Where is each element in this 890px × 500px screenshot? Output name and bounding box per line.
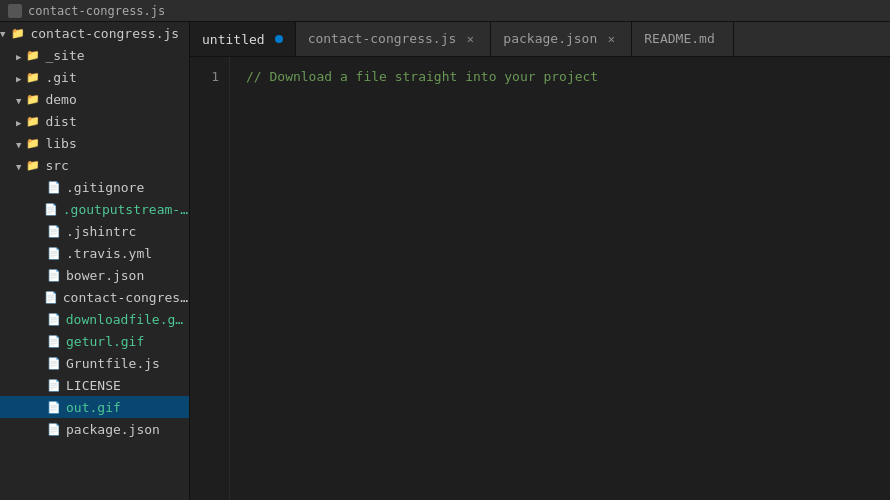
tab-label-untitled: untitled [202, 32, 265, 47]
folder-icon-site: 📁 [25, 47, 41, 63]
item-label-git: .git [45, 70, 76, 85]
file-icon-travis: 📄 [46, 245, 62, 261]
main-layout: 📁 contact-congress.js 📁_site📁.git📁demo📁d… [0, 22, 890, 500]
sidebar-root-header[interactable]: 📁 contact-congress.js [0, 22, 189, 44]
item-label-site: _site [45, 48, 84, 63]
sidebar-item-geturl[interactable]: 📄geturl.gif [0, 330, 189, 352]
chevron-icon-git [16, 70, 21, 85]
file-icon-packagejson: 📄 [46, 421, 62, 437]
file-icon-contactjson: 📄 [43, 289, 59, 305]
root-chevron-icon [0, 28, 5, 39]
tab-close-package-json[interactable]: ✕ [603, 31, 619, 47]
item-label-src: src [45, 158, 68, 173]
item-label-demo: demo [45, 92, 76, 107]
tab-untitled[interactable]: untitled [190, 22, 296, 56]
code-editor: 1 // Download a file straight into your … [190, 57, 890, 500]
sidebar-item-gruntfile[interactable]: 📄Gruntfile.js [0, 352, 189, 374]
folder-icon-dist: 📁 [25, 113, 41, 129]
chevron-icon-libs [16, 136, 21, 151]
sidebar-item-contactjson[interactable]: 📄contact-congress.json [0, 286, 189, 308]
item-label-dist: dist [45, 114, 76, 129]
tab-bar: untitledcontact-congress.js✕package.json… [190, 22, 890, 57]
folder-icon-libs: 📁 [25, 135, 41, 151]
sidebar-item-jshintrc[interactable]: 📄.jshintrc [0, 220, 189, 242]
item-label-bower: bower.json [66, 268, 144, 283]
line-number-1: 1 [190, 67, 219, 87]
tab-contact-congress-js[interactable]: contact-congress.js✕ [296, 22, 492, 56]
code-content[interactable]: // Download a file straight into your pr… [230, 57, 890, 500]
tab-label-contact-congress-js: contact-congress.js [308, 31, 457, 46]
file-icon-gruntfile: 📄 [46, 355, 62, 371]
sidebar-item-gitignore[interactable]: 📄.gitignore [0, 176, 189, 198]
item-label-travis: .travis.yml [66, 246, 152, 261]
sidebar-item-libs[interactable]: 📁libs [0, 132, 189, 154]
file-icon-geturl: 📄 [46, 333, 62, 349]
sidebar-item-downloadfile[interactable]: 📄downloadfile.gif [0, 308, 189, 330]
sidebar-item-license[interactable]: 📄LICENSE [0, 374, 189, 396]
folder-icon-demo: 📁 [25, 91, 41, 107]
sidebar-item-goutputstream[interactable]: 📄.goutputstream-4EBNFX [0, 198, 189, 220]
item-label-packagejson: package.json [66, 422, 160, 437]
sidebar-item-dist[interactable]: 📁dist [0, 110, 189, 132]
file-icon-gitignore: 📄 [46, 179, 62, 195]
tab-close-contact-congress-js[interactable]: ✕ [462, 31, 478, 47]
file-icon-license: 📄 [46, 377, 62, 393]
sidebar-item-demo[interactable]: 📁demo [0, 88, 189, 110]
sidebar: 📁 contact-congress.js 📁_site📁.git📁demo📁d… [0, 22, 190, 500]
file-icon-jshintrc: 📄 [46, 223, 62, 239]
sidebar-item-packagejson[interactable]: 📄package.json [0, 418, 189, 440]
item-label-geturl: geturl.gif [66, 334, 144, 349]
tab-readme-md[interactable]: README.md [632, 22, 733, 56]
item-label-downloadfile: downloadfile.gif [66, 312, 189, 327]
file-icon-bower: 📄 [46, 267, 62, 283]
file-icon-outgif: 📄 [46, 399, 62, 415]
chevron-icon-src [16, 158, 21, 173]
root-folder-icon: 📁 [10, 25, 26, 41]
chevron-icon-dist [16, 114, 21, 129]
tab-package-json[interactable]: package.json✕ [491, 22, 632, 56]
sidebar-item-travis[interactable]: 📄.travis.yml [0, 242, 189, 264]
item-label-contactjson: contact-congress.json [63, 290, 189, 305]
item-label-libs: libs [45, 136, 76, 151]
sidebar-item-site[interactable]: 📁_site [0, 44, 189, 66]
tab-container: untitledcontact-congress.js✕package.json… [190, 22, 734, 56]
folder-icon-src: 📁 [25, 157, 41, 173]
sidebar-root-label: contact-congress.js [30, 26, 179, 41]
tab-dot-untitled [275, 35, 283, 43]
file-icon-goutputstream: 📄 [43, 201, 59, 217]
tab-label-package-json: package.json [503, 31, 597, 46]
code-line-1: // Download a file straight into your pr… [246, 67, 890, 87]
sidebar-item-outgif[interactable]: 📄out.gif [0, 396, 189, 418]
item-label-jshintrc: .jshintrc [66, 224, 136, 239]
item-label-outgif: out.gif [66, 400, 121, 415]
app-icon [8, 4, 22, 18]
title-bar-text: contact-congress.js [28, 4, 165, 18]
editor-area: untitledcontact-congress.js✕package.json… [190, 22, 890, 500]
chevron-icon-demo [16, 92, 21, 107]
item-label-gruntfile: Gruntfile.js [66, 356, 160, 371]
chevron-icon-site [16, 48, 21, 63]
folder-icon-git: 📁 [25, 69, 41, 85]
sidebar-item-git[interactable]: 📁.git [0, 66, 189, 88]
item-label-license: LICENSE [66, 378, 121, 393]
file-icon-downloadfile: 📄 [46, 311, 62, 327]
line-numbers: 1 [190, 57, 230, 500]
item-label-gitignore: .gitignore [66, 180, 144, 195]
title-bar: contact-congress.js [0, 0, 890, 22]
sidebar-item-bower[interactable]: 📄bower.json [0, 264, 189, 286]
file-tree: 📁_site📁.git📁demo📁dist📁libs📁src📄.gitignor… [0, 44, 189, 440]
sidebar-item-src[interactable]: 📁src [0, 154, 189, 176]
tab-label-readme-md: README.md [644, 31, 714, 46]
item-label-goutputstream: .goutputstream-4EBNFX [63, 202, 189, 217]
